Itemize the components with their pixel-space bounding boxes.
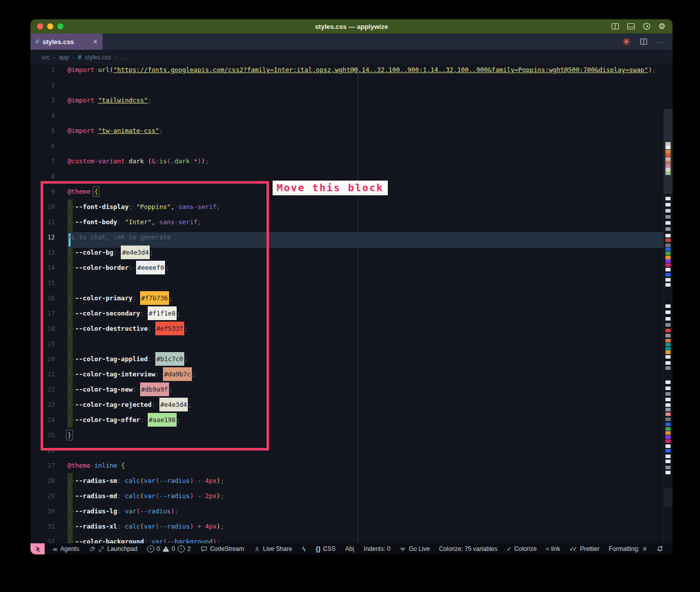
minimap-chip — [665, 243, 671, 247]
minimap-chip — [665, 444, 671, 448]
code-line-14[interactable]: 14··--color-border:·#eeeef0; — [30, 260, 673, 275]
code-line-26[interactable]: 26 — [30, 443, 673, 458]
code-line-12[interactable]: 12⌘L to chat, ⇧⌘K to generate — [30, 230, 673, 245]
code-line-11[interactable]: 11··--font-body:·"Inter",·sans-serif; — [30, 215, 673, 230]
line-number: 25 — [30, 428, 55, 443]
chevron-right-icon: › — [73, 54, 75, 60]
code-line-27[interactable]: 27@theme·inline·{ — [30, 458, 673, 473]
minimap-highlight — [664, 488, 673, 507]
code-line-30[interactable]: 30··--radius-lg:·var(--radius); — [30, 504, 673, 519]
code-editor[interactable]: 1@import·url("https://fonts.googleapis.c… — [30, 65, 673, 543]
code-line-19[interactable]: 19 — [30, 336, 673, 352]
minimap-chip — [665, 351, 671, 354]
status-item-word-wrap[interactable]: Ab| — [345, 545, 354, 552]
code-line-32[interactable]: 32··--color-background:·var(--background… — [30, 534, 673, 543]
status-item-colorize-count[interactable]: Colorize: 75 variables — [439, 545, 497, 552]
status-bar: ∞AgentsLaunchpad×0!0i2CodeStreamLive Sha… — [30, 543, 673, 554]
layout-panel-icon[interactable] — [627, 22, 635, 30]
gear-icon[interactable]: ⚙ — [658, 22, 665, 30]
breadcrumb-symbol[interactable]: … — [120, 54, 126, 61]
code-line-18[interactable]: 18··--color-destructive:·#ef533f; — [30, 321, 673, 336]
code-line-4[interactable]: 4 — [30, 108, 673, 123]
status-item-agents[interactable]: ∞Agents — [52, 545, 79, 553]
minimap-chip — [665, 439, 671, 443]
starburst-icon[interactable] — [622, 37, 631, 46]
code-line-5[interactable]: 5@import·"tw-animate-css"; — [30, 123, 673, 138]
minimap-chip — [665, 256, 671, 259]
status-item-formatting[interactable]: Formatting:× — [609, 545, 647, 552]
status-item-remote[interactable] — [30, 543, 45, 554]
minimap-chip — [665, 427, 671, 431]
minimap-chip — [665, 323, 671, 327]
code-line-3[interactable]: 3@import·"tailwindcss"; — [30, 93, 673, 108]
minimap-chip — [665, 449, 671, 452]
code-line-9[interactable]: 9@theme·{ — [30, 184, 673, 199]
status-item-codestream[interactable]: CodeStream — [201, 545, 244, 552]
minimap[interactable] — [663, 111, 673, 543]
code-line-6[interactable]: 6 — [30, 138, 673, 154]
tab-close-icon[interactable]: × — [93, 38, 97, 46]
tab-styles-css[interactable]: # styles.css × — [30, 33, 103, 50]
status-item-link-mode[interactable]: = link — [546, 545, 560, 552]
lightning-icon: ϟ — [302, 545, 306, 553]
status-label: Indents: 0 — [364, 545, 391, 552]
status-item-live-share[interactable]: Live Share — [254, 545, 292, 552]
code-line-28[interactable]: 28··--radius-sm:·calc(var(--radius)·-·4p… — [30, 473, 673, 489]
breadcrumb-src[interactable]: src — [42, 54, 50, 61]
code-text: @theme·{ — [68, 184, 98, 199]
code-line-31[interactable]: 31··--radius-xl:·calc(var(--radius)·+·4p… — [30, 519, 673, 534]
code-line-15[interactable]: 15 — [30, 275, 673, 291]
code-line-8[interactable]: 8 — [30, 169, 673, 184]
code-line-1[interactable]: 1@import·url("https://fonts.googleapis.c… — [30, 65, 673, 78]
code-line-22[interactable]: 22··--color-tag-new:·#db9a9f; — [30, 382, 673, 397]
shield-icon[interactable] — [643, 22, 651, 30]
code-line-29[interactable]: 29··--radius-md:·calc(var(--radius)·-·2p… — [30, 489, 673, 504]
code-line-20[interactable]: 20··--color-tag-applied:·#b1c7c0; — [30, 352, 673, 367]
split-editor-icon[interactable] — [640, 38, 648, 46]
status-item-css-mode[interactable]: {}CSS — [316, 545, 336, 552]
status-item-notifications[interactable] — [656, 545, 663, 552]
line-number: 26 — [30, 443, 55, 458]
code-line-7[interactable]: 7@custom-variant·dark·(&:is(.dark·*)); — [30, 154, 673, 169]
status-item-indents[interactable]: Indents: 0 — [364, 545, 391, 552]
more-actions-button[interactable]: ··· — [656, 38, 664, 46]
minimap-chip — [665, 317, 671, 321]
code-line-2[interactable]: 2 — [30, 78, 673, 93]
minimap-chip — [665, 259, 671, 263]
link-icon — [98, 546, 105, 552]
code-text: @import·"tailwindcss"; — [68, 93, 152, 108]
minimap-chip — [665, 417, 671, 421]
code-line-23[interactable]: 23··--color-tag-rejected:·#e4e3d4; — [30, 397, 673, 412]
status-item-lightning[interactable]: ϟ — [302, 545, 306, 553]
minimap-chip — [665, 153, 671, 157]
status-item-colorize[interactable]: ✓Colorize — [507, 545, 537, 552]
breadcrumb-app[interactable]: app — [59, 54, 69, 61]
status-item-go-live[interactable]: Go Live — [399, 545, 429, 552]
minimap-chip — [665, 455, 671, 458]
code-line-10[interactable]: 10··--font-display:·"Poppins",·sans-seri… — [30, 199, 673, 215]
minimap-chip — [665, 248, 671, 251]
minimap-chip — [665, 339, 671, 342]
status-item-prettier[interactable]: ✓✓Prettier — [569, 545, 599, 552]
code-line-17[interactable]: 17··--color-secondary:·#f1f1e8; — [30, 306, 673, 321]
status-item-launchpad[interactable]: Launchpad — [89, 545, 137, 552]
minimap-chip — [665, 209, 671, 213]
minimap-chip — [665, 234, 671, 237]
line-number: 21 — [30, 367, 55, 382]
comment-icon — [201, 545, 208, 552]
line-number: 27 — [30, 458, 55, 473]
code-line-13[interactable]: 13··--color-bg:·#e4e3d4; — [30, 245, 673, 260]
breadcrumb-file[interactable]: styles.css — [85, 54, 111, 61]
code-line-21[interactable]: 21··--color-tag-interview:·#da9b7c; — [30, 367, 673, 382]
layout-columns-icon[interactable] — [611, 22, 619, 30]
line-number: 30 — [30, 504, 55, 519]
code-line-25[interactable]: 25} — [30, 428, 673, 443]
status-item-problems[interactable]: ×0!0i2 — [147, 545, 191, 552]
code-line-16[interactable]: 16··--color-primary:·#f7b736; — [30, 291, 673, 306]
code-text: ··--color-tag-offer:·#aae198; — [68, 412, 180, 428]
code-line-24[interactable]: 24··--color-tag-offer:·#aae198; — [30, 412, 673, 428]
live-share-icon — [254, 546, 260, 552]
status-label: Colorize: 75 variables — [439, 545, 497, 552]
code-text: ··--color-bg:·#e4e3d4; — [68, 245, 154, 260]
minimap-chip — [665, 380, 671, 384]
